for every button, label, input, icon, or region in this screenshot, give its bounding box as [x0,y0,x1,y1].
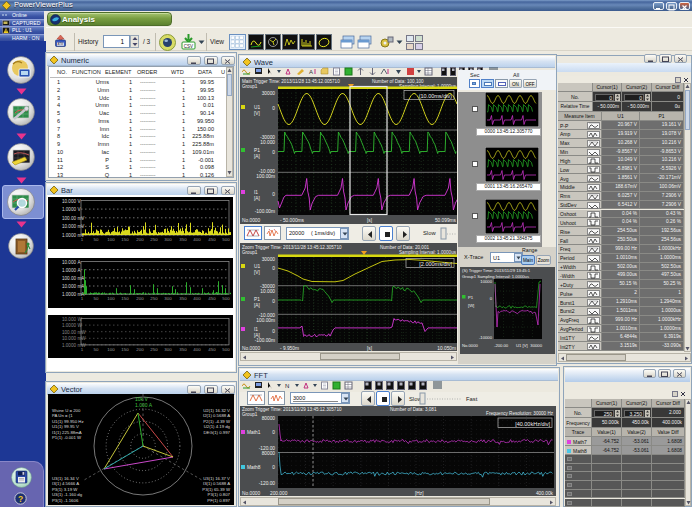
svg-text:80000: 80000 [262,451,276,456]
svg-text:100.00: 100.00 [62,216,76,221]
svg-text:80000: 80000 [262,416,276,421]
svg-text:100.00m: 100.00m [256,318,275,323]
svg-text:0: 0 [272,430,275,435]
svg-text:200: 200 [136,237,144,242]
svg-text:(10.00ms/div): (10.00ms/div) [419,93,452,99]
svg-text:400: 400 [193,347,201,352]
svg-text:-10000: -10000 [479,335,493,340]
svg-text:P1: P1 [254,297,260,302]
svg-text:mW: mW [78,336,87,341]
svg-text:Number of Data: 3,081: Number of Data: 3,081 [390,407,437,412]
svg-text:U2(1) 4.19 dg: U2(1) 4.19 dg [204,424,231,429]
svg-text:50: 50 [94,237,99,242]
svg-text:U3(1) -1.160 dg: U3(1) -1.160 dg [52,492,83,497]
svg-text:A: A [309,69,313,75]
svg-text:I1: I1 [254,327,258,332]
svg-text:P1: P1 [254,148,260,153]
svg-text:-120.00: -120.00 [259,481,276,486]
svg-text:1.0000: 1.0000 [62,233,76,238]
svg-text:[V]: [V] [254,270,260,275]
svg-text:450: 450 [208,237,216,242]
svg-text:P3(1) 0.807: P3(1) 0.807 [208,492,231,497]
svg-text:I1(1) 225.88mA: I1(1) 225.88mA [52,430,82,435]
svg-text:400: 400 [193,237,201,242]
svg-text:1.0000: 1.0000 [62,323,76,328]
svg-text:Group1: Group1 [242,412,258,417]
svg-text:U2(1) 16.32 V: U2(1) 16.32 V [203,408,230,413]
svg-text:0: 0 [272,266,275,271]
svg-text:U1: U1 [254,105,260,110]
svg-text:10000: 10000 [480,279,492,284]
svg-text:P2(1) -4.39 W: P2(1) -4.39 W [203,419,231,424]
svg-text:-100.00m: -100.00m [255,338,275,343]
svg-text:- 9.950m: - 9.950m [280,346,299,351]
svg-text:(S) Trigger Time: 2013/11: (S) Trigger Time: 2013/11/29 13:45:1 [462,268,531,273]
svg-text:350: 350 [179,237,187,242]
svg-text:U3(1) 16.34 V: U3(1) 16.34 V [52,476,79,481]
svg-text:1.0000: 1.0000 [62,292,76,297]
svg-text:ATW: ATW [57,42,63,46]
svg-text:250: 250 [150,296,158,301]
svg-text:50: 50 [94,296,99,301]
svg-text:100: 100 [107,296,115,301]
svg-text:No.0000: No.0000 [242,218,260,223]
svg-text:1.000 A: 1.000 A [135,402,153,408]
svg-text:150: 150 [121,347,129,352]
svg-text:Wsine U = 200: Wsine U = 200 [52,408,81,413]
svg-text:500: 500 [222,347,230,352]
svg-text:CSV: CSV [184,44,193,49]
svg-text:1.0000: 1.0000 [62,207,76,212]
svg-text:10.000: 10.000 [62,284,76,289]
svg-text:450: 450 [208,347,216,352]
svg-text:I3(1) 0.5688 A: I3(1) 0.5688 A [203,481,230,486]
svg-text:P1: P1 [468,295,474,300]
svg-text:No.0000: No.0000 [242,346,260,351]
svg-text:-100.00m: -100.00m [255,209,275,214]
svg-text:200: 200 [136,347,144,352]
svg-text:30000: 30000 [530,343,542,348]
svg-text:10.000: 10.000 [62,260,76,265]
svg-text:250: 250 [150,347,158,352]
svg-text:200: 200 [136,296,144,301]
svg-text:U1(1) 99.95 V: U1(1) 99.95 V [52,424,79,429]
svg-text:Frequency Resolution: 30000: Frequency Resolution: 30000 Hz [486,411,554,416]
svg-text:50.099ms: 50.099ms [435,218,457,223]
svg-text:0: 0 [272,465,275,470]
svg-text:[A]: [A] [254,196,260,201]
svg-text:N: N [285,383,289,389]
svg-text:250: 250 [150,237,158,242]
svg-text:PA Un = (1: PA Un = (1 [52,413,73,418]
svg-text:U1(1) 99.950 Hz: U1(1) 99.950 Hz [52,419,84,424]
svg-text:50: 50 [94,347,99,352]
svg-text:U3(1) 16.37 V: U3(1) 16.37 V [203,476,230,481]
svg-text:0: 0 [272,106,275,111]
svg-text:150: 150 [121,296,129,301]
svg-text:100.00: 100.00 [62,276,76,281]
svg-text:I1: I1 [254,190,258,195]
svg-text:P3(1) 65.39 W: P3(1) 65.39 W [202,487,231,492]
svg-text:10.000: 10.000 [260,289,275,294]
svg-text:0: 0 [272,192,275,197]
svg-text:100.00m: 100.00m [256,174,275,179]
svg-text:200.000: 200.000 [270,491,288,496]
svg-text:P3(1) 3.19 W: P3(1) 3.19 W [52,487,78,492]
svg-text:Group1: Group1 [242,250,258,255]
svg-text:?: ? [18,494,23,504]
svg-text:30000: 30000 [262,257,276,262]
svg-text:10.000: 10.000 [62,199,76,204]
svg-text:100: 100 [107,237,115,242]
svg-text:500: 500 [222,296,230,301]
svg-text:300: 300 [164,296,172,301]
svg-text:Math1: Math1 [247,430,261,435]
svg-text:[Hz]: [Hz] [415,491,424,496]
svg-text:I2(1) 0.5688 A: I2(1) 0.5688 A [203,413,230,418]
svg-text:1.0000: 1.0000 [62,268,76,273]
svg-text:W: W [78,317,83,322]
svg-text:W: W [78,323,83,328]
svg-text:0: 0 [272,329,275,334]
svg-text:[V]: [V] [254,111,260,116]
svg-text:10.000: 10.000 [62,224,76,229]
svg-text:I3(1) 4.5666 A: I3(1) 4.5666 A [52,481,79,486]
svg-text:10.000: 10.000 [62,336,76,341]
svg-text:[A]: [A] [254,154,260,159]
